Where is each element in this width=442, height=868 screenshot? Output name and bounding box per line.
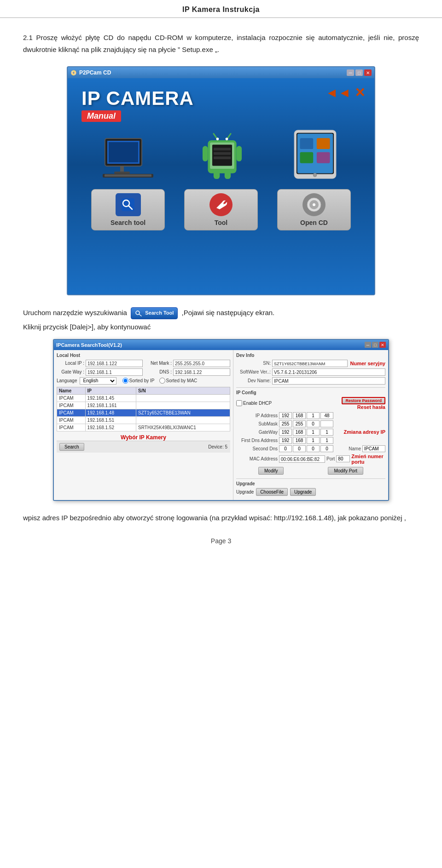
- st-bottom-bar: Search Device: 5: [57, 441, 230, 453]
- table-row[interactable]: IPCAM192.168.1.52SRTHX25K49BLXI3WANC1: [57, 424, 230, 431]
- st-maximize-button[interactable]: □: [372, 342, 378, 348]
- dns1-octet-4[interactable]: [320, 437, 333, 444]
- svg-line-11: [227, 134, 231, 138]
- sort-by-mac[interactable]: Sorted by MAC: [159, 378, 198, 384]
- cd-icons-row: [81, 129, 361, 180]
- sub-octet-3[interactable]: [307, 420, 320, 427]
- dns1-octet-1[interactable]: [279, 437, 292, 444]
- open-cd-button[interactable]: Open CD: [277, 189, 351, 230]
- choose-file-button[interactable]: ChooseFile: [256, 488, 288, 496]
- search-tool-badge: Search Tool: [131, 307, 178, 319]
- cd-disc-icon: [302, 193, 326, 216]
- language-label: Language: [57, 378, 77, 383]
- ip-camera-title: IP CAMERA Manual: [81, 87, 361, 129]
- gw-octet-4[interactable]: [320, 429, 333, 436]
- name-field[interactable]: [362, 445, 385, 452]
- table-row[interactable]: IPCAM192.168.1.51: [57, 416, 230, 424]
- page-header: IP Kamera Instrukcja: [0, 0, 442, 18]
- sort-by-ip[interactable]: Sorted by IP: [122, 378, 155, 384]
- ip-octet-3[interactable]: [307, 412, 320, 419]
- port-field[interactable]: [336, 455, 350, 462]
- ip-octet-4[interactable]: [320, 412, 333, 419]
- page-content: 2.1 Proszę włożyć płytę CD do napędu CD-…: [0, 18, 442, 554]
- svg-line-37: [139, 314, 141, 316]
- search-tool-button[interactable]: Search tool: [91, 189, 165, 230]
- close-button[interactable]: ✕: [364, 69, 372, 76]
- cell-ip: 192.168.1.161: [85, 402, 136, 409]
- svg-rect-7: [105, 174, 151, 177]
- computer-icon: [103, 136, 153, 180]
- name-label: Name: [349, 446, 361, 451]
- ip-address-row: IP Address: [236, 412, 385, 419]
- svg-point-29: [313, 173, 317, 177]
- sort-options: Sorted by IP Sorted by MAC: [122, 378, 198, 384]
- enable-dhcp-label[interactable]: Enable DHCP: [236, 400, 272, 406]
- local-ip-label: Local IP :: [57, 361, 84, 366]
- col-ip: IP: [85, 387, 136, 394]
- device-count: Device: 5: [208, 444, 227, 449]
- tool-icon: [209, 193, 233, 216]
- ip-octet-2[interactable]: [293, 412, 306, 419]
- svg-rect-28: [317, 152, 330, 163]
- table-header: Name IP S/N: [57, 387, 230, 394]
- sub-octet-2[interactable]: [293, 420, 306, 427]
- maximize-button[interactable]: □: [355, 69, 363, 76]
- st-left-panel: Local Host Local IP : 192.168.1.122 Net …: [54, 350, 233, 500]
- tool-button[interactable]: Tool: [184, 189, 258, 230]
- cell-name: IPCAM: [57, 409, 86, 416]
- language-select[interactable]: English: [80, 377, 116, 385]
- sub-octet-1[interactable]: [279, 420, 292, 427]
- gw-octet-1[interactable]: [279, 429, 292, 436]
- search-icon: [121, 197, 135, 212]
- search-tool-label: Search tool: [110, 219, 145, 226]
- dns2-octet-4[interactable]: [320, 445, 333, 452]
- table-row[interactable]: IPCAM192.168.1.45: [57, 394, 230, 402]
- gw-octet-2[interactable]: [293, 429, 306, 436]
- dev-name-row: Dev Name: IPCAM: [236, 377, 385, 385]
- intro-paragraph: 2.1 Proszę włożyć płytę CD do napędu CD-…: [23, 32, 419, 55]
- sub-octet-4[interactable]: [320, 420, 333, 427]
- svg-point-13: [226, 138, 228, 140]
- header-title: IP Kamera Instrukcja: [182, 6, 260, 13]
- dev-info-section: Dev Info SN: SZT1Y652CTBBE13WANM Numer s…: [236, 353, 385, 385]
- dev-name-label: Dev Name:: [236, 378, 271, 383]
- apple-tablet-icon-box: [291, 129, 339, 180]
- second-dns-octets: [279, 445, 345, 452]
- st-right-panel: Dev Info SN: SZT1Y652CTBBE13WANM Numer s…: [233, 350, 388, 500]
- gateway-config-row: GateWay Zmiana adresy IP: [236, 429, 385, 436]
- table-row[interactable]: IPCAM192.168.1.161: [57, 402, 230, 409]
- table-header-row: Name IP S/N: [57, 387, 230, 394]
- sort-ip-radio[interactable]: [122, 378, 128, 384]
- gw-octet-3[interactable]: [307, 429, 320, 436]
- ip-octet-1[interactable]: [279, 412, 292, 419]
- upgrade-button[interactable]: Upgrade: [290, 488, 316, 496]
- dns2-octet-2[interactable]: [293, 445, 306, 452]
- cell-ip: 192.168.1.52: [85, 424, 136, 431]
- st-title: IPCamera SearchTool(V1.2): [56, 342, 122, 348]
- cd-window-title-text: 📀 P2PCam CD: [70, 69, 111, 76]
- svg-rect-15: [237, 146, 242, 161]
- modify-button[interactable]: Modify: [258, 467, 284, 475]
- st-minimize-button[interactable]: ─: [365, 342, 371, 348]
- upgrade-title: Upgrade: [236, 481, 385, 486]
- search-badge-icon: [135, 310, 142, 316]
- st-body: Local Host Local IP : 192.168.1.122 Net …: [54, 350, 388, 500]
- dns2-octet-3[interactable]: [307, 445, 320, 452]
- dns2-octet-1[interactable]: [279, 445, 292, 452]
- dns1-octet-2[interactable]: [293, 437, 306, 444]
- svg-line-10: [214, 134, 217, 138]
- search-button[interactable]: Search: [59, 443, 84, 451]
- minimize-button[interactable]: ─: [347, 69, 354, 76]
- cell-ip: 192.168.1.51: [85, 416, 136, 424]
- upgrade-label: Upgrade: [236, 489, 254, 494]
- table-row-selected[interactable]: IPCAM192.168.1.48SZT1y652CTBBE13WAN: [57, 409, 230, 416]
- sn-row: SN: SZT1Y652CTBBE13WANM Numer seryjny: [236, 360, 385, 367]
- first-dns-row: First Dns Address: [236, 437, 385, 444]
- gateway-label: Gate Way :: [57, 369, 84, 374]
- modify-port-button[interactable]: Modify Port: [328, 467, 363, 475]
- enable-dhcp-checkbox[interactable]: [236, 400, 242, 406]
- st-close-button[interactable]: ✕: [379, 342, 386, 348]
- sort-mac-radio[interactable]: [159, 378, 165, 384]
- restore-password-button[interactable]: Restore Password: [342, 397, 385, 404]
- dns1-octet-3[interactable]: [307, 437, 320, 444]
